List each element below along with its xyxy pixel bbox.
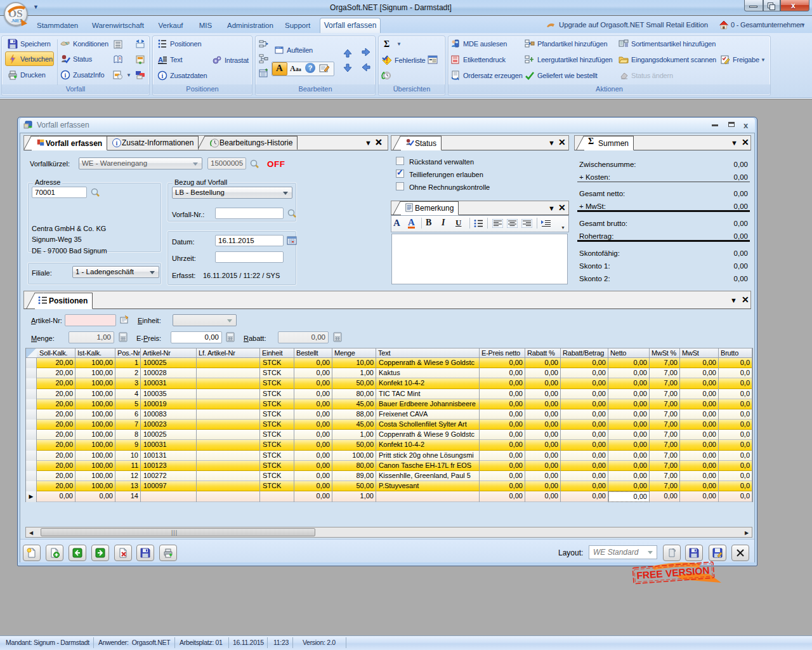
svg-text:i: i [162, 72, 164, 79]
svg-text:A: A [158, 56, 163, 63]
svg-text:i: i [65, 72, 67, 79]
svg-text:Σ: Σ [384, 39, 390, 49]
